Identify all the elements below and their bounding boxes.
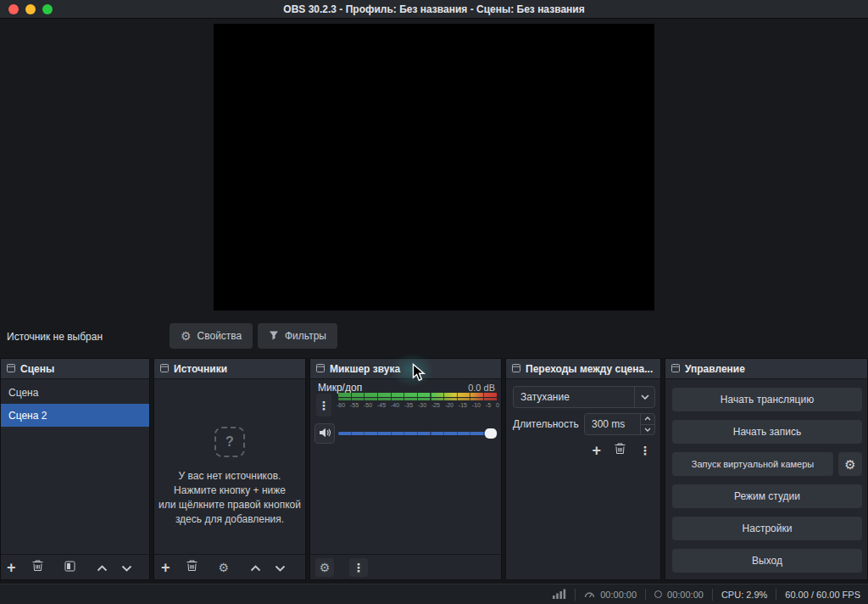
dock-icon: [671, 363, 680, 375]
exit-button[interactable]: Выход: [672, 549, 862, 573]
start-virtual-camera-button[interactable]: Запуск виртуальной камеры: [672, 452, 833, 476]
add-source-button[interactable]: +: [161, 560, 170, 575]
scene-item[interactable]: Сцена: [1, 381, 149, 404]
dots-vertical-icon: ⋮: [318, 400, 330, 411]
virtual-camera-config-button[interactable]: ⚙: [838, 452, 862, 476]
record-status: 00:00:00: [654, 590, 704, 600]
chevron-up-icon: [97, 560, 108, 575]
scene-item-selected[interactable]: Сцена 2: [1, 404, 149, 427]
chevron-down-icon: [634, 387, 654, 407]
add-transition-button[interactable]: +: [592, 443, 601, 458]
scale-tick: -15: [459, 402, 467, 408]
transition-select[interactable]: Затухание: [513, 386, 655, 408]
scenes-dock: Сцены Сцена Сцена 2 +: [0, 358, 150, 580]
transition-select-value: Затухание: [514, 391, 634, 403]
scene-item-label: Сцена 2: [8, 410, 47, 422]
duration-value: 300 ms: [585, 414, 640, 434]
speaker-icon: [319, 426, 331, 441]
sources-dock: Источники ? У вас нет источников. Нажмит…: [153, 358, 306, 580]
controls-dock-title: Управление: [685, 363, 745, 375]
window-title: OBS 30.2.3 - Профиль: Без названия - Сце…: [0, 3, 868, 15]
start-streaming-button[interactable]: Начать трансляцию: [672, 388, 862, 411]
duration-spinner[interactable]: 300 ms: [584, 413, 655, 435]
volume-slider-handle[interactable]: [485, 428, 497, 439]
scale-tick: -35: [404, 402, 413, 408]
preview-canvas[interactable]: [214, 24, 654, 310]
mixer-level-value: 0.0 dB: [468, 383, 495, 393]
controls-dock-body: Начать трансляцию Начать запись Запуск в…: [665, 379, 867, 579]
add-scene-button[interactable]: +: [7, 560, 16, 575]
separator: [776, 589, 776, 601]
obs-window: OBS 30.2.3 - Профиль: Без названия - Сце…: [0, 0, 868, 604]
trash-icon: [32, 560, 43, 575]
remove-transition-button[interactable]: [615, 443, 626, 458]
scale-tick: -30: [418, 402, 426, 408]
plus-icon: +: [7, 560, 16, 575]
sources-dock-header[interactable]: Источники: [154, 359, 305, 379]
transitions-dock: Переходы между сцена... Затухание Длител…: [505, 358, 661, 580]
scale-tick: -45: [377, 402, 386, 408]
gear-icon: ⚙: [320, 562, 331, 573]
record-dot-icon: [654, 590, 662, 598]
sources-toolbar: + ⚙: [154, 554, 305, 579]
plus-icon: +: [592, 443, 601, 458]
volume-meter-bar: [338, 398, 498, 400]
scale-tick: -5: [486, 402, 491, 408]
move-scene-up-button[interactable]: [97, 560, 108, 575]
plus-icon: +: [161, 560, 170, 575]
duration-label: Длительность: [513, 418, 579, 430]
move-scene-down-button[interactable]: [121, 560, 132, 575]
controls-dock-header[interactable]: Управление: [665, 359, 867, 379]
transition-properties-button[interactable]: ⋮: [639, 445, 651, 456]
move-source-down-button[interactable]: [275, 560, 286, 575]
dock-icon: [7, 363, 15, 375]
gear-icon: ⚙: [844, 458, 855, 471]
mouse-cursor: [412, 363, 427, 386]
titlebar: OBS 30.2.3 - Профиль: Без названия - Сце…: [0, 0, 868, 19]
dots-vertical-icon: ⋮: [639, 445, 651, 456]
dock-icon: [316, 363, 325, 375]
fps-indicator: 60.00 / 60.00 FPS: [785, 590, 860, 600]
mixer-menu-button[interactable]: ⋮: [349, 558, 368, 577]
move-source-up-button[interactable]: [250, 560, 261, 575]
chevron-down-icon: [275, 560, 286, 575]
source-properties-button[interactable]: ⚙: [219, 562, 230, 573]
dock-icon: [512, 363, 520, 375]
scene-filters-button[interactable]: [64, 560, 75, 575]
gear-icon: ⚙: [219, 562, 230, 573]
volume-slider[interactable]: [338, 423, 498, 444]
scene-list: Сцена Сцена 2: [1, 379, 149, 427]
remove-source-button[interactable]: [186, 560, 198, 575]
transitions-dock-header[interactable]: Переходы между сцена...: [506, 359, 660, 379]
settings-button[interactable]: Настройки: [672, 517, 862, 540]
studio-mode-button[interactable]: Режим студии: [672, 484, 862, 508]
trash-icon: [615, 443, 626, 458]
empty-sources-icon: ?: [214, 427, 245, 457]
properties-label: Свойства: [198, 330, 242, 342]
stream-gauge-icon: [584, 590, 595, 600]
empty-sources-text: У вас нет источников. Нажмите кнопку + н…: [154, 469, 305, 527]
chevron-up-icon: [250, 560, 261, 575]
spin-down-button[interactable]: [641, 424, 654, 435]
scale-tick: 0: [496, 402, 499, 408]
spin-up-button[interactable]: [641, 414, 654, 424]
separator: [575, 589, 576, 601]
mute-button[interactable]: [314, 423, 335, 444]
status-bar: 00:00:00 00:00:00 CPU: 2.9% 60.00 / 60.0…: [0, 584, 868, 604]
scale-tick: -40: [391, 402, 399, 408]
scenes-dock-header[interactable]: Сцены: [1, 359, 149, 379]
mixer-dock-body: Микр/доп 0.0 dB ⋮ -60 -55 -50 -45 -40 -3…: [310, 379, 501, 579]
advanced-audio-button[interactable]: ⚙: [315, 558, 334, 577]
filters-button[interactable]: Фильтры: [258, 323, 337, 349]
start-recording-button[interactable]: Начать запись: [672, 420, 862, 444]
separator: [712, 589, 713, 601]
volume-slider-track[interactable]: [338, 432, 498, 435]
scale-tick: -55: [350, 402, 359, 408]
mixer-channel-menu-button[interactable]: ⋮: [316, 394, 331, 417]
scale-tick: -20: [445, 402, 453, 408]
remove-scene-button[interactable]: [32, 560, 43, 575]
sources-dock-body[interactable]: ? У вас нет источников. Нажмите кнопку +…: [154, 379, 305, 579]
filter-icon: [269, 330, 279, 343]
no-source-label: Источник не выбран: [7, 331, 103, 343]
properties-button[interactable]: ⚙ Свойства: [170, 323, 253, 349]
